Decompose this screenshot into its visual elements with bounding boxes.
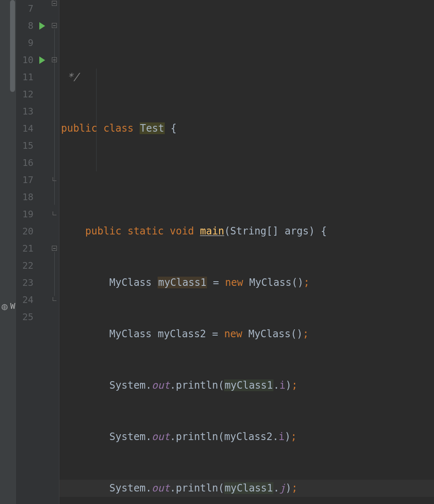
token-field: i [278,431,284,443]
token-keyword: class [103,122,133,134]
token-method: println [176,431,218,443]
fold-toggle-icon[interactable] [52,1,57,6]
token-type: MyClass [248,328,291,340]
token-method: println [176,482,218,494]
fold-end-icon [52,297,57,302]
globe-icon [1,303,8,309]
line-number: 19 [17,206,33,223]
token-type: MyClass [110,277,152,288]
line-number: 11 [17,69,33,86]
sidebar-cropped-item[interactable]: W [1,301,15,311]
run-gutter-icon[interactable] [39,22,45,30]
line-number: 7 [17,0,33,17]
line-number: 23 [17,274,33,291]
token-method-name: main [200,225,224,237]
line-number: 14 [17,120,33,137]
main-column: 7 8 9 10 11 12 13 14 15 16 17 18 19 20 2… [17,0,434,504]
token-field: out [152,482,170,494]
token-field: i [279,379,285,391]
gutter-fold-markers [51,0,59,504]
token-identifier: myClass1 [224,379,273,391]
token-keyword: static [128,225,164,237]
token-identifier: args [285,225,309,237]
run-gutter-icon[interactable] [39,56,45,64]
token-type: MyClass [110,328,152,340]
gutter-run-markers [36,0,51,504]
fold-end-icon [52,211,57,216]
token-keyword: public [61,122,97,134]
token-comment: */ [67,71,79,83]
fold-toggle-icon[interactable] [52,246,57,251]
token-field: out [152,431,170,443]
token-identifier: myClass1 [158,277,207,288]
token-type: MyClass [249,277,291,288]
token-classname: Test [140,122,165,134]
line-number: 17 [17,171,33,188]
line-number: 21 [17,240,33,257]
fold-toggle-icon[interactable] [52,23,57,28]
line-number: 25 [17,308,33,326]
line-number: 24 [17,291,33,308]
line-number: 18 [17,188,33,206]
line-number: 22 [17,257,33,274]
line-number: 10 [17,51,33,69]
token-type: System [110,431,146,443]
line-number: 13 [17,103,33,120]
token-static-field: j [279,482,285,494]
token-keyword: public [85,225,122,237]
line-number: 20 [17,223,33,240]
left-scrollbar-thumb[interactable] [10,0,15,92]
gutter-line-numbers: 7 8 9 10 11 12 13 14 15 16 17 18 19 20 2… [17,0,36,504]
fold-end-icon [52,177,57,182]
line-number: 8 [17,17,33,34]
code-text-area[interactable]: */ public class Test { public static voi… [59,0,434,504]
token-type: System [110,379,146,391]
token-keyword: void [170,225,194,237]
code-editor[interactable]: 7 8 9 10 11 12 13 14 15 16 17 18 19 20 2… [17,0,434,504]
fold-toggle-icon[interactable] [52,57,57,62]
line-number: 16 [17,154,33,171]
token-keyword: new [225,277,243,288]
sidebar-item-label: W [10,301,15,311]
left-tool-strip: W [0,0,17,504]
line-number: 9 [17,34,33,51]
line-number: 12 [17,86,33,103]
token-identifier: myClass2 [158,328,206,340]
token-brace: { [171,122,176,134]
token-method: println [176,379,218,391]
line-number: 15 [17,137,33,154]
token-identifier: myClass2 [224,431,273,443]
token-type: String[] [230,225,279,237]
token-keyword: new [224,328,242,340]
token-field: out [152,379,170,391]
token-type: System [110,482,146,494]
token-identifier: myClass1 [224,482,273,494]
fold-guide-line [54,252,55,296]
